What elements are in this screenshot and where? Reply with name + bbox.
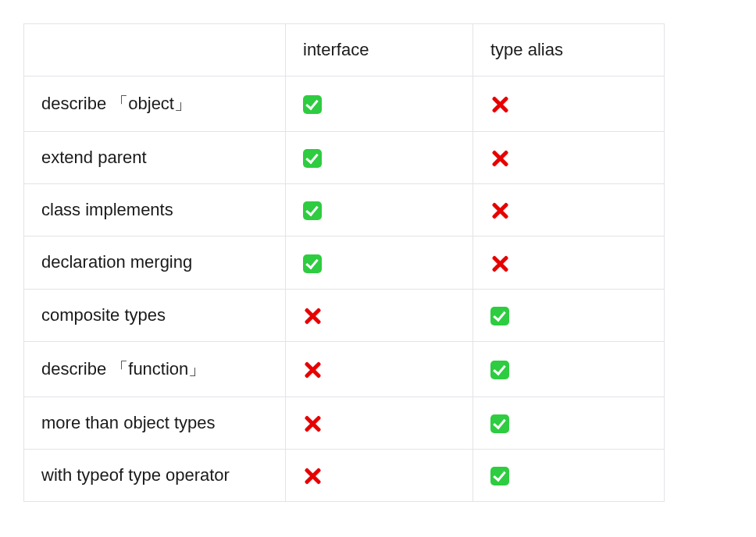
check-icon	[303, 254, 322, 273]
column-header-feature	[24, 24, 286, 76]
row-label: with typeof type operator	[24, 449, 286, 501]
check-icon	[303, 95, 322, 114]
row-label: more than object types	[24, 397, 286, 449]
table-header-row: interface type alias	[24, 24, 665, 76]
row-label: describe 「object」	[24, 76, 286, 132]
check-icon	[303, 201, 322, 220]
table-row: describe 「object」	[24, 76, 665, 132]
cross-icon	[303, 307, 322, 325]
check-icon	[490, 467, 509, 485]
table-row: more than object types	[24, 397, 665, 449]
cross-icon	[490, 201, 509, 220]
cross-icon	[303, 414, 322, 433]
check-icon	[490, 307, 509, 325]
cross-icon	[303, 361, 322, 379]
column-header-typealias: type alias	[473, 24, 665, 76]
row-label: composite types	[24, 289, 286, 341]
row-label: describe 「function」	[24, 341, 286, 397]
table-row: with typeof type operator	[24, 449, 665, 501]
check-icon	[303, 149, 322, 168]
table-row: describe 「function」	[24, 341, 665, 397]
check-icon	[490, 414, 509, 433]
row-label: extend parent	[24, 132, 286, 184]
row-label: declaration merging	[24, 236, 286, 289]
row-label: class implements	[24, 184, 286, 236]
column-header-interface: interface	[286, 24, 473, 76]
table-row: extend parent	[24, 132, 665, 184]
comparison-table: interface type alias describe 「object」 e…	[23, 23, 665, 502]
table-row: class implements	[24, 184, 665, 236]
cross-icon	[490, 254, 509, 273]
table-row: declaration merging	[24, 236, 665, 289]
check-icon	[490, 361, 509, 379]
cross-icon	[303, 467, 322, 485]
table-row: composite types	[24, 289, 665, 341]
cross-icon	[490, 149, 509, 168]
cross-icon	[490, 95, 509, 114]
